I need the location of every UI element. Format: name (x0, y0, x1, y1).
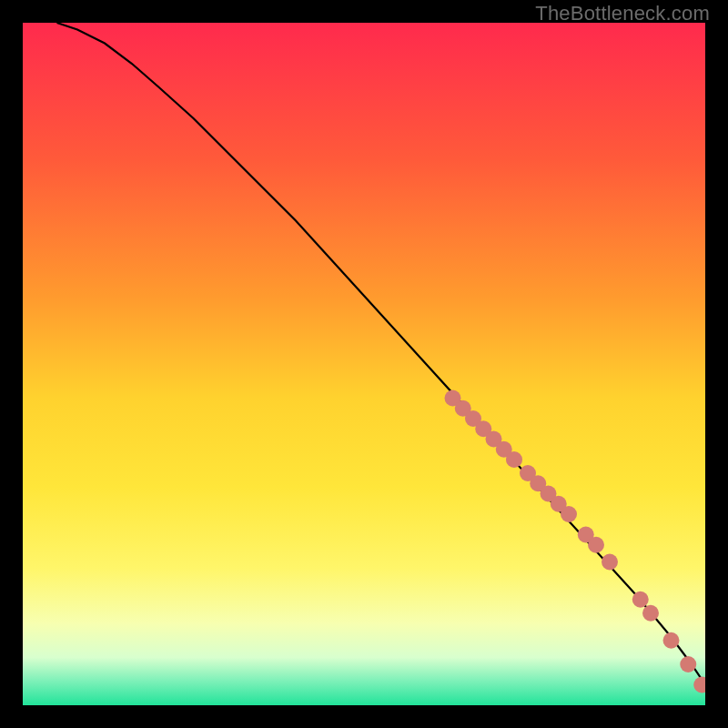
plot-area (23, 23, 705, 705)
data-marker (632, 592, 649, 608)
data-marker (602, 554, 618, 571)
data-marker (642, 605, 659, 622)
data-marker (506, 451, 522, 468)
chart-overlay (23, 23, 705, 705)
curve-path (57, 23, 706, 685)
data-marker (588, 537, 604, 553)
marker-group (445, 390, 706, 695)
data-marker (663, 632, 680, 649)
data-marker (680, 656, 696, 672)
chart-stage: TheBottleneck.com (0, 0, 728, 728)
data-marker (561, 506, 577, 522)
